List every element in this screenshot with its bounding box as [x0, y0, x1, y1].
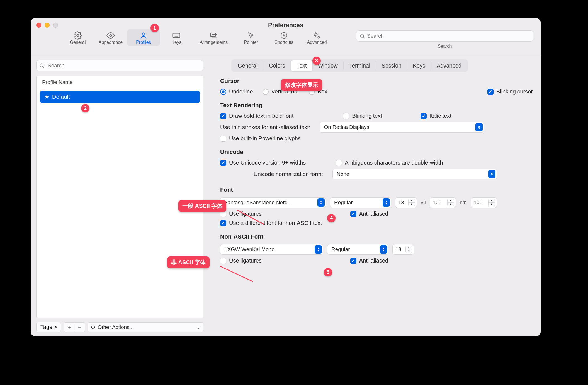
- svg-rect-5: [212, 34, 217, 38]
- annotation-ascii-font: 一般 ASCII 字体: [178, 200, 226, 212]
- unicode-heading: Unicode: [220, 149, 533, 155]
- stepper[interactable]: ▲▼: [488, 199, 495, 206]
- hspacing-icon: v|i: [421, 200, 426, 206]
- check-powerline[interactable]: Use built-in Powerline glyphs: [220, 135, 301, 142]
- check-italic-text[interactable]: Italic text: [421, 113, 451, 119]
- toolbar-search-label: Search: [356, 44, 533, 49]
- svg-point-10: [40, 64, 43, 67]
- eye-icon: [94, 31, 127, 40]
- svg-point-7: [315, 33, 317, 36]
- na-font-size-field[interactable]: 13 ▲▼: [392, 244, 414, 255]
- profile-name: Default: [52, 94, 70, 100]
- tab-terminal[interactable]: Terminal: [344, 60, 376, 71]
- normalization-select[interactable]: None: [332, 169, 497, 179]
- search-icon: [359, 33, 365, 40]
- profile-list-header[interactable]: Profile Name: [37, 76, 203, 89]
- font-hspacing-field[interactable]: 100 ▲▼: [430, 197, 456, 208]
- windows-icon: [193, 31, 235, 40]
- na-font-weight-select[interactable]: Regular: [327, 244, 388, 255]
- select-arrow-icon: [380, 245, 387, 254]
- stepper[interactable]: ▲▼: [405, 246, 412, 253]
- window-title: Preferences: [31, 21, 541, 29]
- body: Profile Name ★ Default Tags > + − ⊙ Othe…: [31, 54, 541, 336]
- section-cursor: Cursor Underline Vertical bar Box Blinki…: [220, 78, 533, 96]
- tab-general[interactable]: General: [232, 60, 263, 71]
- tab-keys[interactable]: Keys: [407, 60, 431, 71]
- toolbar-keys[interactable]: Keys: [160, 29, 193, 46]
- section-unicode: Unicode Use Unicode version 9+ widths Am…: [220, 149, 533, 181]
- toolbar-appearance[interactable]: Appearance: [94, 29, 127, 46]
- check-blinking-text[interactable]: Blinking text: [343, 113, 382, 119]
- thin-strokes-label: Use thin strokes for anti-aliased text:: [220, 124, 310, 131]
- profile-row-default[interactable]: ★ Default: [40, 91, 200, 103]
- non-ascii-font-heading: Non-ASCII Font: [220, 233, 533, 240]
- bolt-icon: [268, 31, 300, 40]
- sidebar-footer: Tags > + − ⊙ Other Actions... ⌄: [36, 318, 203, 332]
- annotation-text-tab: 修改字体显示: [281, 79, 322, 91]
- annotation-badge-2: 2: [81, 104, 89, 112]
- select-arrow-icon: [383, 198, 390, 207]
- toolbar: General Appearance Profiles Keys: [61, 29, 333, 46]
- font-weight-select[interactable]: Regular: [330, 197, 391, 208]
- remove-profile-button[interactable]: −: [74, 322, 85, 332]
- sidebar: Profile Name ★ Default Tags > + − ⊙ Othe…: [31, 54, 209, 336]
- font-name-select[interactable]: FantasqueSansMono Nerd...: [220, 197, 326, 208]
- stepper[interactable]: ▲▼: [447, 199, 454, 206]
- check-na-ligatures[interactable]: Use ligatures: [220, 258, 262, 264]
- main-panel: General Colors Text Window Terminal Sess…: [209, 54, 541, 336]
- annotation-badge-1: 1: [150, 24, 159, 32]
- stepper[interactable]: ▲▼: [408, 199, 415, 206]
- na-font-name-select[interactable]: LXGW WenKai Mono: [220, 244, 323, 255]
- vspacing-icon: n/n: [460, 200, 467, 206]
- tab-colors[interactable]: Colors: [263, 60, 291, 71]
- other-actions-dropdown[interactable]: ⊙ Other Actions... ⌄: [88, 322, 203, 332]
- annotation-badge-3: 3: [312, 57, 321, 65]
- search-icon: [39, 63, 45, 69]
- toolbar-shortcuts[interactable]: Shortcuts: [268, 29, 300, 46]
- preferences-window: Preferences General Appearance Profiles: [31, 18, 541, 336]
- check-unicode-v9[interactable]: Use Unicode version 9+ widths: [220, 160, 306, 166]
- keyboard-icon: [160, 31, 193, 40]
- tab-text[interactable]: Text: [291, 60, 312, 71]
- check-non-ascii-font[interactable]: Use a different font for non-ASCII text: [220, 220, 322, 226]
- toolbar-general[interactable]: General: [61, 29, 94, 46]
- text-rendering-heading: Text Rendering: [220, 102, 533, 109]
- add-remove-group: + −: [64, 322, 85, 332]
- toolbar-search-input[interactable]: [356, 30, 533, 42]
- gears-icon: [300, 31, 333, 40]
- font-heading: Font: [220, 186, 533, 193]
- tab-session[interactable]: Session: [376, 60, 407, 71]
- toolbar-arrangements[interactable]: Arrangements: [193, 29, 235, 46]
- svg-rect-4: [211, 33, 216, 37]
- user-icon: [127, 31, 160, 40]
- check-na-antialiased[interactable]: Anti-aliased: [350, 258, 388, 264]
- add-profile-button[interactable]: +: [64, 322, 74, 332]
- section-text-rendering: Text Rendering Draw bold text in bold fo…: [220, 102, 533, 143]
- annotation-badge-4: 4: [327, 214, 336, 222]
- check-ambiguous[interactable]: Ambiguous characters are double-width: [336, 160, 443, 166]
- profile-search-input[interactable]: [36, 60, 203, 71]
- check-antialiased[interactable]: Anti-aliased: [350, 211, 388, 217]
- toolbar-pointer[interactable]: Pointer: [235, 29, 268, 46]
- tab-advanced[interactable]: Advanced: [431, 60, 467, 71]
- svg-point-8: [318, 36, 319, 38]
- annotation-badge-5: 5: [324, 268, 332, 276]
- font-size-field[interactable]: 13 ▲▼: [395, 197, 417, 208]
- radio-underline[interactable]: Underline: [220, 88, 253, 95]
- profile-list: Profile Name ★ Default: [36, 76, 203, 318]
- toolbar-advanced[interactable]: Advanced: [300, 29, 333, 46]
- gear-icon: [61, 31, 94, 40]
- check-bold-font[interactable]: Draw bold text in bold font: [220, 113, 293, 119]
- ellipsis-icon: ⊙: [91, 324, 95, 330]
- thin-strokes-select[interactable]: On Retina Displays: [320, 122, 484, 133]
- annotation-non-ascii-font: 非 ASCII 字体: [167, 256, 210, 268]
- cursor-heading: Cursor: [220, 78, 533, 84]
- normalization-label: Unicode normalization form:: [254, 171, 323, 177]
- check-blinking-cursor[interactable]: Blinking cursor: [487, 88, 533, 95]
- svg-point-9: [360, 34, 364, 37]
- titlebar: Preferences General Appearance Profiles: [31, 18, 541, 54]
- select-arrow-icon: [317, 198, 325, 207]
- font-vspacing-field[interactable]: 100 ▲▼: [471, 197, 497, 208]
- tags-button[interactable]: Tags >: [36, 322, 61, 332]
- cursor-icon: [235, 31, 268, 40]
